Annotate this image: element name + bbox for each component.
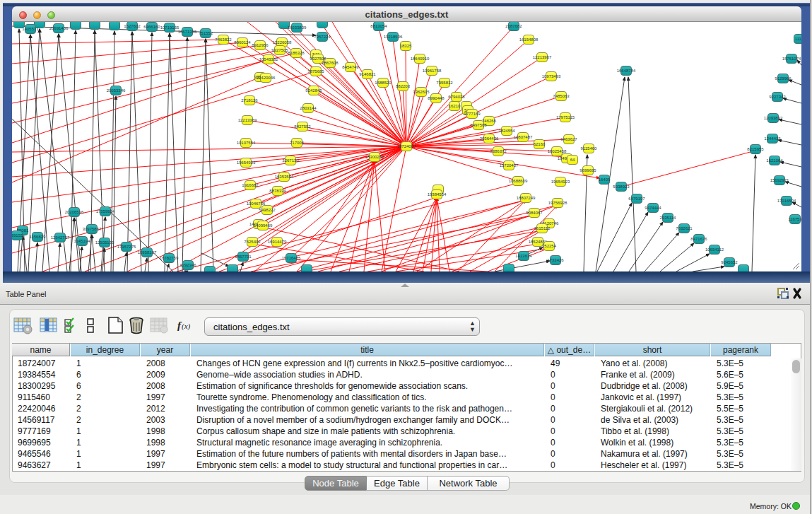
- svg-text:39155: 39155: [12, 233, 23, 238]
- svg-text:10961758: 10961758: [423, 69, 442, 73]
- svg-text:6497568: 6497568: [470, 123, 487, 127]
- svg-text:2935114: 2935114: [660, 216, 677, 220]
- svg-text:19654923: 19654923: [551, 180, 570, 184]
- svg-text:9146821: 9146821: [359, 72, 376, 76]
- svg-text:15751074: 15751074: [782, 57, 801, 61]
- svg-text:1621064: 1621064: [766, 158, 783, 163]
- svg-text:20364436: 20364436: [480, 136, 499, 141]
- svg-text:15716485: 15716485: [282, 256, 301, 260]
- svg-text:717006: 717006: [290, 141, 305, 145]
- svg-text:30975867: 30975867: [83, 227, 102, 231]
- svg-text:8813054: 8813054: [370, 24, 387, 28]
- svg-text:9857791: 9857791: [235, 255, 252, 259]
- svg-text:64: 64: [570, 158, 575, 162]
- svg-text:7625402: 7625402: [244, 240, 261, 244]
- svg-text:10719155: 10719155: [160, 25, 180, 30]
- svg-text:2718126: 2718126: [241, 98, 258, 103]
- svg-text:7357224: 7357224: [314, 35, 331, 39]
- svg-text:1112: 1112: [795, 37, 801, 41]
- svg-text:9115460: 9115460: [581, 146, 598, 151]
- svg-text:10654112: 10654112: [705, 247, 724, 252]
- svg-text:5498222: 5498222: [259, 208, 276, 212]
- svg-text:12213369: 12213369: [238, 118, 257, 122]
- svg-text:9777169: 9777169: [464, 112, 481, 116]
- svg-text:6479197: 6479197: [628, 197, 645, 201]
- svg-text:9327505: 9327505: [271, 48, 288, 52]
- svg-text:7485063: 7485063: [553, 94, 570, 98]
- svg-text:2803144: 2803144: [300, 106, 317, 110]
- svg-text:2087682: 2087682: [505, 24, 522, 28]
- svg-text:751552: 751552: [199, 31, 213, 35]
- svg-text:9227342: 9227342: [769, 95, 786, 99]
- svg-text:9474444: 9474444: [645, 206, 661, 210]
- svg-text:15226058: 15226058: [273, 40, 292, 45]
- svg-text:6466160: 6466160: [143, 25, 160, 29]
- svg-text:1615112: 1615112: [534, 226, 551, 230]
- svg-text:7955812: 7955812: [436, 81, 453, 85]
- svg-text:882203: 882203: [396, 84, 411, 88]
- svg-text:10688609: 10688609: [509, 179, 528, 183]
- svg-text:19384554: 19384554: [428, 192, 447, 197]
- svg-text:18807249: 18807249: [517, 196, 536, 200]
- svg-text:10973493: 10973493: [542, 74, 561, 78]
- svg-text:1527602: 1527602: [124, 24, 141, 28]
- svg-text:62160: 62160: [534, 142, 546, 146]
- svg-text:16353594: 16353594: [275, 175, 294, 179]
- svg-text:(x): (x): [182, 322, 191, 331]
- svg-text:3267130: 3267130: [282, 158, 299, 163]
- svg-text:12093832: 12093832: [764, 116, 783, 120]
- svg-text:19756928: 19756928: [548, 201, 567, 205]
- svg-text:9129966: 9129966: [775, 76, 792, 81]
- svg-text:18325: 18325: [400, 44, 412, 48]
- svg-text:1292346: 1292346: [180, 263, 196, 267]
- svg-text:17016504: 17016504: [777, 199, 796, 203]
- svg-text:1405571: 1405571: [22, 27, 39, 31]
- svg-text:18724007: 18724007: [397, 144, 416, 148]
- svg-text:16648784: 16648784: [617, 69, 636, 73]
- svg-text:15720407: 15720407: [500, 163, 519, 168]
- svg-text:10025458: 10025458: [548, 149, 567, 153]
- svg-text:1145194: 1145194: [74, 239, 91, 243]
- svg-text:16210: 16210: [449, 104, 461, 108]
- svg-text:1156829: 1156829: [30, 235, 47, 239]
- svg-text:8471676: 8471676: [690, 237, 707, 241]
- svg-text:12942757: 12942757: [51, 235, 70, 240]
- svg-text:8912956: 8912956: [252, 43, 269, 47]
- svg-text:9463627: 9463627: [560, 137, 577, 141]
- svg-text:1588520: 1588520: [375, 81, 392, 85]
- svg-text:20691406: 20691406: [49, 26, 69, 30]
- svg-text:3875685: 3875685: [307, 69, 324, 74]
- svg-text:9242845: 9242845: [305, 88, 322, 93]
- svg-text:18640910: 18640910: [411, 57, 430, 61]
- svg-text:17359924: 17359924: [96, 209, 115, 214]
- svg-text:10958107: 10958107: [138, 250, 157, 255]
- svg-text:12505135: 12505135: [95, 240, 114, 245]
- svg-text:1733426: 1733426: [547, 258, 564, 262]
- svg-text:22420046: 22420046: [257, 76, 276, 80]
- svg-text:252254: 252254: [542, 244, 557, 248]
- svg-text:18300295: 18300295: [365, 155, 384, 159]
- svg-text:8186328: 8186328: [288, 51, 305, 55]
- svg-text:17957275: 17957275: [117, 245, 136, 249]
- svg-text:8878334: 8878334: [269, 189, 286, 193]
- svg-text:14099469: 14099469: [254, 223, 273, 228]
- svg-text:8990448: 8990448: [428, 96, 445, 100]
- svg-text:5938923: 5938923: [613, 185, 630, 189]
- svg-text:12213967: 12213967: [533, 55, 552, 59]
- svg-text:10543382: 10543382: [259, 57, 278, 62]
- svg-text:1244415: 1244415: [764, 136, 781, 141]
- svg-text:15692971: 15692971: [770, 178, 789, 182]
- svg-text:8960124: 8960124: [234, 40, 251, 45]
- svg-text:9084067: 9084067: [526, 211, 543, 215]
- svg-text:17975115: 17975115: [556, 115, 575, 119]
- svg-text:10107554: 10107554: [237, 141, 256, 145]
- svg-text:2867608: 2867608: [322, 61, 339, 65]
- svg-text:8427552: 8427552: [294, 124, 311, 129]
- svg-text:20206536: 20206536: [65, 210, 84, 214]
- svg-text:8215955: 8215955: [747, 147, 764, 151]
- svg-text:19654923: 19654923: [237, 160, 256, 165]
- svg-text:7386372: 7386372: [490, 149, 507, 153]
- svg-text:8454749: 8454749: [342, 65, 359, 69]
- svg-text:16782759: 16782759: [160, 256, 179, 260]
- svg-text:16154808: 16154808: [519, 37, 539, 42]
